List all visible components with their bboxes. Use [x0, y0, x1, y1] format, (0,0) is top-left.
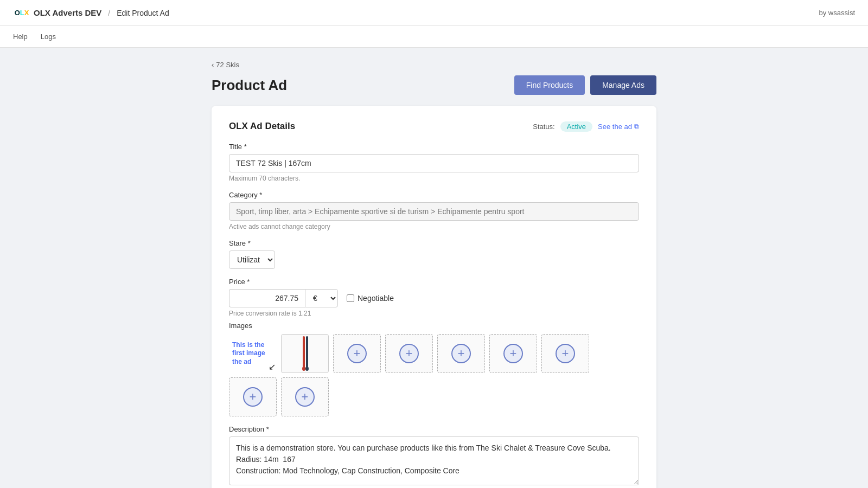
category-group: Category * Active ads cannot change cate…	[229, 191, 639, 230]
price-input-wrap: € Lei	[229, 289, 338, 307]
description-textarea[interactable]: This is a demonstration store. You can p…	[229, 436, 639, 485]
app-logo: OLX OLX Adverts DEV	[13, 8, 101, 18]
main-content: ‹ 72 Skis Product Ad Find Products Manag…	[190, 48, 678, 488]
stare-select[interactable]: Utilizat Nou	[229, 251, 275, 269]
external-link-icon: ⧉	[634, 123, 639, 130]
svg-rect-1	[306, 336, 308, 368]
status-area: Status: Active See the ad ⧉	[533, 121, 639, 132]
price-hint: Price conversion rate is 1.21	[229, 310, 338, 317]
nav-item-help[interactable]: Help	[13, 27, 28, 46]
topbar-left: OLX OLX Adverts DEV / Edit Product Ad	[13, 8, 169, 18]
add-icon-6: +	[243, 387, 263, 407]
category-hint: Active ads cannot change category	[229, 223, 639, 230]
breadcrumb-separator: /	[108, 9, 110, 17]
see-the-ad-label: See the ad	[598, 123, 632, 131]
svg-point-3	[305, 367, 309, 371]
svg-rect-0	[303, 336, 305, 368]
find-products-button[interactable]: Find Products	[514, 75, 585, 95]
add-image-button-1[interactable]: +	[333, 334, 381, 373]
category-label: Category *	[229, 191, 639, 199]
stare-group: Stare * Utilizat Nou	[229, 239, 639, 269]
price-input[interactable]	[229, 289, 305, 307]
negotiable-wrap: Negotiable	[347, 278, 394, 303]
add-icon-4: +	[503, 344, 523, 363]
add-image-button-2[interactable]: +	[385, 334, 433, 373]
logo-icon: OLX	[13, 8, 30, 18]
status-label: Status:	[533, 123, 554, 131]
card-title: OLX Ad Details	[229, 121, 295, 132]
page-header: Product Ad Find Products Manage Ads	[212, 75, 656, 95]
ad-details-card: OLX Ad Details Status: Active See the ad…	[212, 106, 656, 488]
add-image-button-7[interactable]: +	[281, 377, 329, 416]
topbar: OLX OLX Adverts DEV / Edit Product Ad by…	[0, 0, 868, 26]
price-label: Price *	[229, 278, 338, 286]
breadcrumb-current: Edit Product Ad	[117, 9, 169, 17]
add-icon-3: +	[451, 344, 471, 363]
title-hint: Maximum 70 characters.	[229, 175, 639, 182]
nav-item-logs[interactable]: Logs	[41, 27, 56, 46]
nav-bar: Help Logs	[0, 26, 868, 48]
description-group: Description * This is a demonstration st…	[229, 425, 639, 487]
images-group: Images This is the first image the ad ↙	[229, 322, 639, 416]
back-link[interactable]: ‹ 72 Skis	[212, 61, 656, 69]
price-row: Price * € Lei Price conversion rate is 1…	[229, 278, 639, 317]
add-image-button-5[interactable]: +	[541, 334, 589, 373]
category-input	[229, 202, 639, 221]
add-icon-1: +	[347, 344, 367, 363]
negotiable-checkbox[interactable]	[347, 294, 354, 302]
add-image-button-6[interactable]: +	[229, 377, 277, 416]
title-input[interactable]	[229, 154, 639, 172]
stare-label: Stare *	[229, 239, 639, 247]
page-title: Product Ad	[212, 77, 287, 94]
price-group: Price * € Lei Price conversion rate is 1…	[229, 278, 338, 317]
title-label: Title *	[229, 143, 639, 151]
images-row: This is the first image the ad ↙ +	[229, 334, 639, 416]
ski-image-thumb[interactable]	[281, 334, 329, 373]
add-icon-5: +	[556, 344, 575, 363]
back-arrow-icon: ‹	[212, 61, 214, 69]
card-header: OLX Ad Details Status: Active See the ad…	[229, 121, 639, 132]
status-badge: Active	[560, 121, 592, 132]
svg-point-2	[302, 367, 305, 371]
back-link-label: 72 Skis	[216, 61, 239, 69]
ski-svg-icon	[297, 336, 312, 371]
add-icon-7: +	[295, 387, 315, 407]
app-name: OLX Adverts DEV	[34, 8, 101, 17]
negotiable-label: Negotiable	[358, 294, 394, 303]
page-actions: Find Products Manage Ads	[514, 75, 656, 95]
description-label: Description *	[229, 425, 639, 433]
see-the-ad-link[interactable]: See the ad ⧉	[598, 123, 639, 131]
topbar-user: by wsassist	[819, 9, 855, 17]
add-image-button-4[interactable]: +	[489, 334, 537, 373]
manage-ads-button[interactable]: Manage Ads	[590, 75, 656, 95]
arrow-indicator-icon: ↙	[269, 362, 276, 372]
currency-select[interactable]: € Lei	[305, 289, 338, 307]
add-icon-2: +	[399, 344, 419, 363]
add-image-button-3[interactable]: +	[437, 334, 485, 373]
first-image-thumb[interactable]: This is the first image the ad ↙	[229, 334, 277, 373]
images-label: Images	[229, 322, 639, 330]
title-group: Title * Maximum 70 characters.	[229, 143, 639, 182]
textarea-wrap: This is a demonstration store. You can p…	[229, 436, 639, 487]
